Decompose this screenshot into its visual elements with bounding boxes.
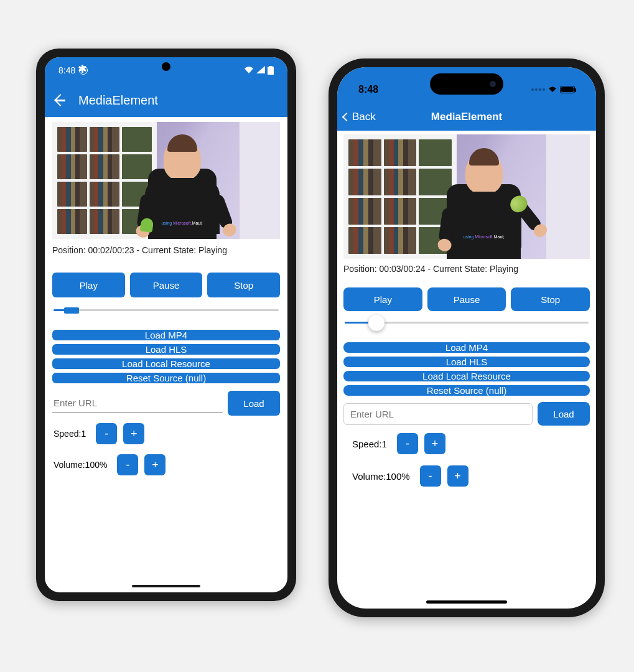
- play-button[interactable]: Play: [343, 287, 422, 311]
- load-hls-button[interactable]: Load HLS: [343, 357, 590, 367]
- speed-label: Speed:1: [352, 439, 387, 449]
- volume-label: Volume:100%: [352, 471, 410, 482]
- seek-slider[interactable]: [52, 304, 280, 316]
- stop-button[interactable]: Stop: [511, 287, 590, 311]
- cellular-icon: [531, 88, 545, 91]
- pause-button[interactable]: Pause: [427, 287, 506, 311]
- ios-device-frame: 8:48 Back MediaElement: [329, 58, 605, 617]
- position-label: Position: 00:03/00:24 - Current State: P…: [343, 263, 590, 275]
- load-hls-button[interactable]: Load HLS: [52, 344, 280, 355]
- speed-label: Speed:1: [54, 429, 86, 439]
- back-arrow-icon[interactable]: [54, 94, 66, 106]
- volume-minus-button[interactable]: -: [117, 454, 138, 475]
- chevron-left-icon: [342, 113, 351, 121]
- video-player[interactable]: using Microsoft.Maui;: [52, 122, 280, 239]
- volume-plus-button[interactable]: +: [144, 454, 165, 475]
- url-input[interactable]: [343, 403, 533, 425]
- wifi-icon: [548, 84, 557, 95]
- battery-icon: [268, 66, 274, 75]
- seek-thumb[interactable]: [368, 315, 385, 331]
- ios-screen: 8:48 Back MediaElement: [337, 67, 596, 609]
- android-home-indicator[interactable]: [132, 585, 200, 587]
- ios-home-indicator[interactable]: [426, 600, 507, 604]
- load-url-button[interactable]: Load: [228, 391, 280, 416]
- speed-plus-button[interactable]: +: [424, 433, 445, 454]
- load-mp4-button[interactable]: Load MP4: [52, 330, 280, 340]
- seek-slider[interactable]: [343, 316, 590, 329]
- back-button[interactable]: Back: [343, 111, 376, 123]
- signal-icon: [256, 65, 265, 75]
- url-input[interactable]: [52, 394, 223, 413]
- camera-hole: [162, 62, 170, 71]
- volume-minus-button[interactable]: -: [420, 465, 441, 487]
- seek-thumb[interactable]: [64, 307, 79, 314]
- ios-nav-bar: Back MediaElement: [337, 103, 596, 131]
- speed-plus-button[interactable]: +: [123, 423, 144, 444]
- page-title: MediaElement: [431, 111, 502, 123]
- status-time: 8:48: [358, 84, 378, 95]
- battery-icon: [560, 86, 575, 93]
- video-player[interactable]: using Microsoft.Maui;: [343, 134, 590, 259]
- reset-source-button[interactable]: Reset Source (null): [52, 373, 280, 383]
- android-screen: 8:48 MediaElement: [45, 57, 287, 592]
- status-time: 8:48: [58, 65, 75, 75]
- android-nav-bar: MediaElement: [45, 83, 287, 117]
- speed-minus-button[interactable]: -: [96, 423, 117, 444]
- play-button[interactable]: Play: [52, 273, 125, 297]
- load-url-button[interactable]: Load: [538, 402, 590, 426]
- dynamic-island: [430, 73, 503, 95]
- volume-plus-button[interactable]: +: [447, 465, 469, 487]
- volume-label: Volume:100%: [54, 460, 107, 470]
- page-title: MediaElement: [78, 93, 158, 108]
- load-mp4-button[interactable]: Load MP4: [343, 342, 590, 353]
- pause-button[interactable]: Pause: [130, 273, 203, 297]
- gear-icon: [79, 66, 88, 75]
- stop-button[interactable]: Stop: [207, 273, 280, 297]
- load-local-button[interactable]: Load Local Resource: [52, 358, 280, 369]
- android-device-frame: 8:48 MediaElement: [36, 49, 296, 601]
- position-label: Position: 00:02/00:23 - Current State: P…: [52, 244, 280, 256]
- load-local-button[interactable]: Load Local Resource: [343, 371, 590, 381]
- wifi-icon: [244, 65, 254, 75]
- speed-minus-button[interactable]: -: [397, 433, 418, 454]
- reset-source-button[interactable]: Reset Source (null): [343, 385, 590, 396]
